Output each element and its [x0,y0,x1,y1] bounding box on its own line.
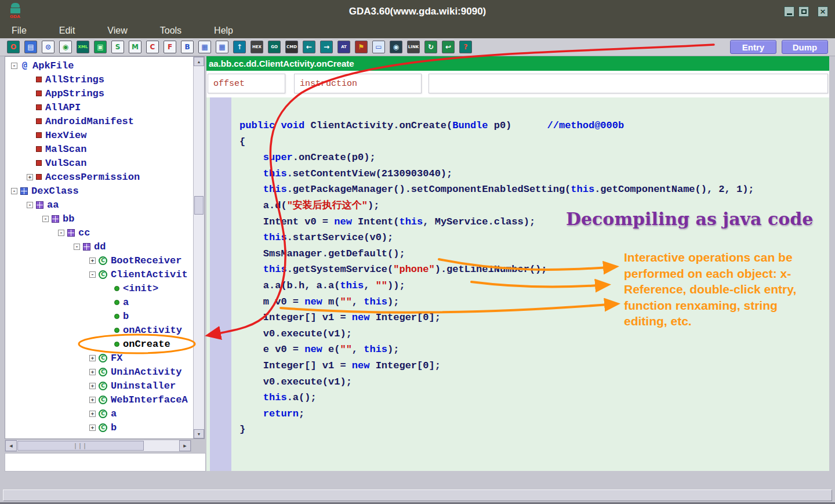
tree-vertical-scrollbar[interactable] [193,57,204,438]
code-line[interactable]: this.startService(v0); [239,230,829,246]
search-icon[interactable]: ⊙ [42,41,55,53]
scroll-right-icon[interactable] [179,440,191,451]
tree-item-fx[interactable]: +CFX [5,351,193,365]
code-line[interactable]: SmsManager.getDefault(); [239,246,829,262]
close-icon[interactable]: × [818,6,828,17]
tree-label[interactable]: ApkFile [32,60,74,71]
expander-minus-icon[interactable]: - [74,244,80,250]
tree-item-androidmanifest[interactable]: AndroidManifest [5,114,193,128]
expander-plus-icon[interactable]: + [27,174,33,180]
tree-label[interactable]: cc [78,227,90,238]
tree-horizontal-scrollbar[interactable] [5,440,191,452]
tree-label[interactable]: AndroidManifest [45,116,134,127]
tree-label[interactable]: DexClass [31,186,79,197]
menu-view[interactable]: View [107,26,127,36]
code-line[interactable]: m v0 = new m("", this); [239,294,829,310]
flag-icon[interactable]: ⚑ [355,41,368,53]
tree-item-uninstaller[interactable]: +CUninstaller [5,379,193,393]
tree-item-bb[interactable]: -bb [5,212,193,226]
open-file-icon[interactable]: O [7,41,20,53]
expander-plus-icon[interactable]: + [89,411,96,417]
code-line[interactable]: this.setContentView(2130903040); [239,166,829,182]
tree-item-aa[interactable]: -aa [5,198,193,212]
device-icon[interactable]: ▦ [198,41,211,53]
tree-item-dd[interactable]: -dd [5,240,193,253]
at-icon[interactable]: AT [337,41,350,53]
expander-plus-icon[interactable]: + [89,383,96,389]
strings-icon[interactable]: ◉ [59,41,72,53]
code-line[interactable]: this.getPackageManager().setComponentEna… [239,182,829,198]
tree-label[interactable]: ClientActivit [111,269,188,280]
expander-plus-icon[interactable]: + [89,355,96,361]
expander-plus-icon[interactable]: + [89,425,96,431]
expander-minus-icon[interactable]: - [27,202,33,208]
tree-item-allapi[interactable]: AllAPI [5,100,193,114]
tree-label[interactable]: FX [111,353,122,364]
code-line[interactable]: e v0 = new e("", this); [239,342,829,358]
tree-label[interactable]: VulScan [45,158,86,169]
code-line[interactable]: v0.execute(v1); [239,326,829,342]
window-icon[interactable]: ▭ [372,41,385,53]
tree-label[interactable]: WebInterfaceA [111,394,188,405]
dump-button[interactable]: Dump [782,40,828,54]
tree-item-init[interactable]: <init> [5,281,193,295]
tree-item-uninactivity[interactable]: +CUninActivity [5,365,193,379]
back-icon[interactable]: ← [303,41,315,53]
undo-icon[interactable]: ↩ [442,41,455,53]
tree-item-clientactivit[interactable]: -CClientActivit [5,267,193,281]
code-line[interactable]: Integer[] v1 = new Integer[0]; [239,358,829,374]
tree-item-apkfile[interactable]: -@ApkFile [5,59,193,72]
tree-label[interactable]: UninActivity [111,367,181,378]
refresh-icon[interactable]: ↻ [424,41,437,53]
tree-label[interactable]: a [111,408,117,419]
expander-plus-icon[interactable]: + [89,369,96,375]
tree-label[interactable]: b [111,422,117,433]
menu-tools[interactable]: Tools [160,26,181,36]
code-line[interactable]: super.onCreate(p0); [239,150,829,166]
bytecode-icon[interactable]: B [181,41,194,53]
expander-plus-icon[interactable]: + [89,258,96,264]
menu-file[interactable]: File [12,26,27,36]
expander-minus-icon[interactable]: - [58,230,64,236]
tree-label[interactable]: AppStrings [45,88,104,99]
tree-label[interactable]: a [123,297,129,308]
tree-label[interactable]: AccessPermission [45,172,140,183]
tree-label[interactable]: AllStrings [45,74,104,85]
tree-item-appstrings[interactable]: AppStrings [5,86,193,100]
menu-edit[interactable]: Edit [59,26,75,36]
tree-item-b[interactable]: b [5,309,193,323]
code-line[interactable]: public void ClientActivity.onCreate(Bund… [239,118,829,134]
minimize-icon[interactable] [784,6,794,17]
forward-icon[interactable]: → [320,41,333,53]
restore-icon[interactable] [798,6,809,17]
horizontal-scroll-thumb[interactable] [17,441,144,451]
expander-plus-icon[interactable]: + [89,397,96,403]
code-line[interactable]: { [239,134,829,150]
code-line[interactable]: } [239,422,829,438]
tree-item-b[interactable]: +Cb [5,420,193,434]
upload-icon[interactable]: ↑ [233,41,246,53]
tree-item-a[interactable]: +Ca [5,407,193,420]
tree-label[interactable]: BootReceiver [111,255,181,266]
code-line[interactable]: Integer[] v1 = new Integer[0]; [239,310,829,326]
smali-icon[interactable]: S [111,41,124,53]
code-line[interactable]: Intent v0 = new Intent(this, MyService.c… [239,214,829,230]
save-icon[interactable]: ▤ [24,41,37,53]
menu-help[interactable]: Help [214,26,233,36]
camera-icon[interactable]: ◉ [390,41,402,53]
expander-minus-icon[interactable]: - [11,188,17,194]
tree-item-dexclass[interactable]: -DexClass [5,184,193,198]
code-line[interactable]: this.a(); [239,390,829,406]
tree-label[interactable]: onCreate [123,339,170,350]
device2-icon[interactable]: ▦ [216,41,228,53]
tree-item-oncreate[interactable]: onCreate [5,337,193,351]
hex-icon[interactable]: HEX [251,41,263,53]
field-icon[interactable]: F [164,41,176,53]
tree-label[interactable]: Uninstaller [111,380,176,391]
manifest-icon[interactable]: ▣ [94,41,107,53]
cmd-icon[interactable]: CMD [285,41,298,53]
tree-label[interactable]: HexView [45,130,86,141]
expander-minus-icon[interactable]: - [89,271,96,278]
scroll-left-icon[interactable] [5,440,17,451]
go-icon[interactable]: GO [268,41,281,53]
